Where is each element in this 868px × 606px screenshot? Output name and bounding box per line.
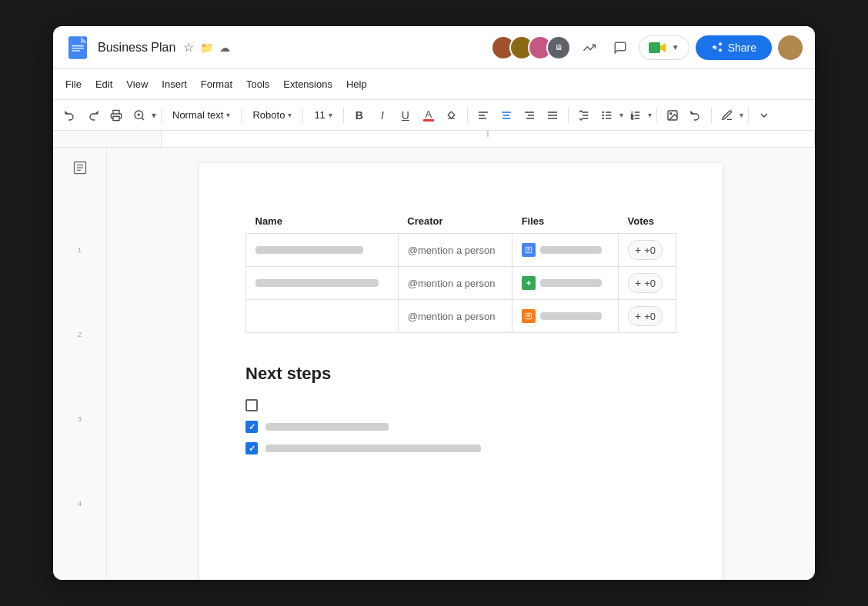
- font-dropdown[interactable]: Roboto ▾: [246, 108, 298, 122]
- svg-point-29: [603, 112, 603, 112]
- align-center-button[interactable]: [496, 105, 517, 126]
- divider-2: [241, 108, 242, 123]
- document-area[interactable]: Name Creator Files Votes: [107, 148, 815, 580]
- print-button[interactable]: [105, 105, 127, 126]
- creator-cell-3[interactable]: @mention a person: [398, 300, 512, 333]
- insert-image-button[interactable]: [662, 105, 683, 126]
- svg-point-31: [603, 118, 603, 118]
- votes-cell-1[interactable]: + +0: [619, 234, 676, 267]
- share-button[interactable]: Share: [696, 35, 772, 60]
- svg-rect-51: [527, 315, 530, 317]
- menu-insert[interactable]: Insert: [155, 75, 193, 93]
- table-row: @mention a person: [246, 300, 676, 333]
- name-cell-3: [246, 300, 399, 333]
- files-cell-1[interactable]: [512, 234, 619, 267]
- document-title: Business Plan: [98, 41, 175, 55]
- table-row: @mention a person: [246, 267, 676, 300]
- star-icon[interactable]: ☆: [183, 40, 194, 55]
- file-icon-2: [522, 276, 536, 290]
- collaborator-avatars: 🖥: [491, 35, 571, 60]
- creator-cell-1[interactable]: @mention a person: [398, 234, 512, 267]
- ruler: [53, 131, 815, 148]
- list-item: [245, 442, 676, 454]
- col-header-creator: Creator: [398, 209, 512, 234]
- vertical-ruler: 1 2 3 4: [53, 185, 106, 580]
- align-left-button[interactable]: [472, 105, 494, 126]
- vote-button-1[interactable]: + +0: [628, 240, 663, 260]
- svg-text:3.: 3.: [631, 117, 633, 120]
- menu-file[interactable]: File: [59, 75, 88, 93]
- bold-button[interactable]: B: [349, 105, 370, 126]
- votes-cell-2[interactable]: + +0: [619, 267, 676, 300]
- svg-rect-5: [649, 42, 660, 53]
- menu-help[interactable]: Help: [340, 75, 373, 93]
- titlebar: Business Plan ☆ 📁 ☁ 🖥: [53, 26, 815, 69]
- titlebar-right: 🖥 ▼: [491, 35, 803, 60]
- divider-6: [568, 108, 569, 123]
- section-title: Next steps: [245, 364, 676, 384]
- undo-button[interactable]: [59, 105, 81, 126]
- vote-button-2[interactable]: + +0: [628, 273, 663, 293]
- file-placeholder-1: [540, 246, 602, 254]
- document-page: Name Creator Files Votes: [199, 163, 723, 580]
- name-placeholder-1: [255, 246, 363, 254]
- name-placeholder-2: [255, 279, 379, 287]
- zoom-button[interactable]: [129, 105, 150, 126]
- expand-toolbar-button[interactable]: [753, 105, 775, 126]
- menu-format[interactable]: Format: [195, 75, 239, 93]
- divider-5: [467, 108, 468, 123]
- size-dropdown[interactable]: 11 ▾: [308, 108, 338, 122]
- file-icon-1: [522, 243, 536, 257]
- menu-tools[interactable]: Tools: [240, 75, 275, 93]
- creator-cell-2[interactable]: @mention a person: [398, 267, 512, 300]
- col-header-votes: Votes: [619, 209, 676, 234]
- folder-icon[interactable]: 📁: [200, 42, 213, 54]
- align-right-button[interactable]: [519, 105, 540, 126]
- vote-button-3[interactable]: + +0: [628, 306, 663, 326]
- align-justify-button[interactable]: [542, 105, 563, 126]
- activity-button[interactable]: [577, 35, 602, 60]
- files-cell-2[interactable]: [512, 267, 619, 300]
- checkbox-2[interactable]: [245, 421, 258, 433]
- name-cell-1: [246, 234, 399, 267]
- divider-1: [161, 108, 162, 123]
- underline-button[interactable]: U: [395, 105, 416, 126]
- redo-button[interactable]: [82, 105, 104, 126]
- files-cell-3[interactable]: [512, 300, 619, 333]
- menu-view[interactable]: View: [120, 75, 154, 93]
- meet-button[interactable]: ▼: [639, 35, 689, 60]
- text-color-button[interactable]: A: [418, 105, 439, 126]
- list-item: [245, 421, 676, 433]
- avatar-4: 🖥: [546, 35, 571, 60]
- comments-button[interactable]: [608, 35, 633, 60]
- svg-rect-6: [113, 116, 119, 120]
- cloud-icon[interactable]: ☁: [219, 42, 230, 54]
- outline-button[interactable]: [66, 154, 94, 181]
- document-table: Name Creator Files Votes: [245, 209, 676, 333]
- bullet-list-button[interactable]: [596, 105, 618, 126]
- menu-edit[interactable]: Edit: [89, 75, 119, 93]
- checkbox-1[interactable]: [245, 399, 258, 411]
- menu-extensions[interactable]: Extensions: [277, 75, 339, 93]
- italic-button[interactable]: I: [372, 105, 393, 126]
- votes-cell-3[interactable]: + +0: [619, 300, 676, 333]
- highlight-button[interactable]: [441, 105, 462, 126]
- title-icons: ☆ 📁 ☁: [183, 40, 230, 55]
- svg-rect-4: [72, 50, 80, 52]
- checklist-bar-3: [265, 445, 481, 452]
- col-header-name: Name: [246, 209, 399, 234]
- table-row: @mention a person: [246, 234, 676, 267]
- ruler-inner: [161, 131, 815, 147]
- numbered-list-button[interactable]: 2.3.: [625, 105, 646, 126]
- checkbox-3[interactable]: [245, 442, 258, 454]
- file-placeholder-2: [540, 279, 602, 287]
- user-avatar[interactable]: [778, 35, 803, 60]
- undo-formatting-button[interactable]: [685, 105, 706, 126]
- style-dropdown[interactable]: Normal text ▾: [166, 108, 236, 122]
- divider-3: [302, 108, 303, 123]
- pen-button[interactable]: [716, 105, 738, 126]
- checklist: [245, 399, 676, 454]
- name-cell-2: [246, 267, 399, 300]
- line-spacing-button[interactable]: [573, 105, 595, 126]
- docs-logo: [65, 35, 90, 60]
